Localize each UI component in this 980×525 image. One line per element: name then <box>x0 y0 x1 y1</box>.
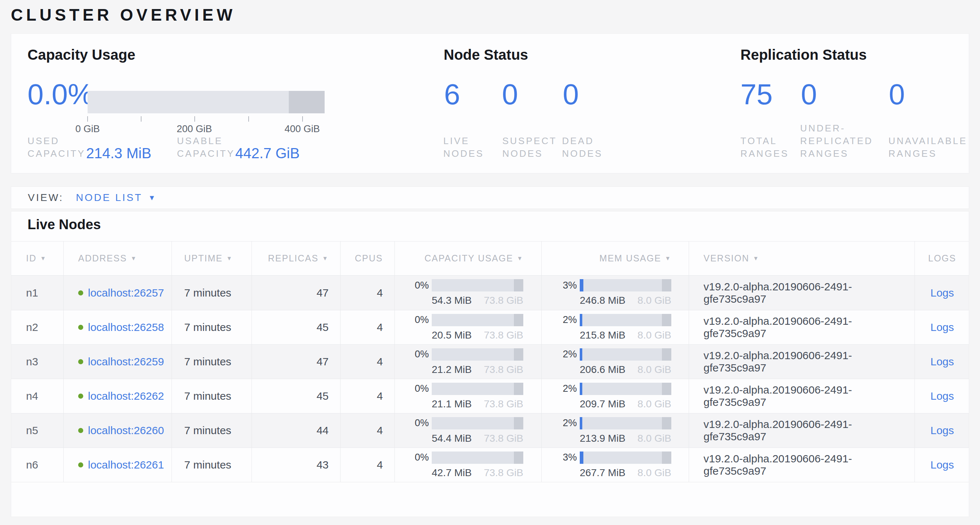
mem-usage-percent: 2% <box>563 349 577 360</box>
cell-uptime: 7 minutes <box>172 413 252 447</box>
mem-usage-reserved-segment <box>662 314 671 326</box>
node-live-status-icon <box>78 394 83 399</box>
table-row: n6localhost:262617 minutes4340%42.7 MiB7… <box>11 447 969 482</box>
cell-logs: Logs <box>915 448 969 482</box>
cluster-summary-card: Capacity Usage 0.0% 0 GiB 200 GiB 400 Gi… <box>11 33 969 174</box>
gauge-tick-label: 400 GiB <box>280 123 324 135</box>
mem-usage-bar <box>580 314 671 326</box>
address-link[interactable]: localhost:26261 <box>88 459 164 471</box>
cell-address: localhost:26261 <box>64 448 172 482</box>
capacity-usage-percent: 0% <box>415 280 429 291</box>
capacity-usage-meter: 0%54.4 MiB73.8 GiB <box>415 417 523 444</box>
column-header-label: ID <box>26 253 37 263</box>
cell-address: localhost:26257 <box>64 276 172 310</box>
capacity-gauge-reserved-segment <box>289 91 325 113</box>
cell-uptime: 7 minutes <box>172 345 252 379</box>
column-header-uptime[interactable]: UPTIME▼ <box>172 241 252 275</box>
capacity-usage-title: Capacity Usage <box>27 47 135 63</box>
column-header-replicas[interactable]: REPLICAS▼ <box>252 241 340 275</box>
address-link[interactable]: localhost:26262 <box>88 390 164 402</box>
capacity-used-percent: 0.0% <box>27 80 93 109</box>
sort-caret-icon: ▼ <box>517 255 523 262</box>
capacity-total-value: 73.8 GiB <box>484 329 523 341</box>
cell-memory: 3%267.7 MiB8.0 GiB <box>542 448 689 482</box>
column-header-label: UPTIME <box>184 253 223 263</box>
gauge-tick-label: 200 GiB <box>173 123 216 135</box>
mem-usage-values: 215.8 MiB8.0 GiB <box>580 329 671 341</box>
logs-link[interactable]: Logs <box>931 287 954 299</box>
capacity-usage-top: 0% <box>415 452 523 464</box>
mem-usage-fill <box>580 452 583 464</box>
column-header-logs: LOGS <box>915 241 969 275</box>
capacity-usage-bar <box>432 417 523 429</box>
cell-version: v19.2.0-alpha.20190606-2491-gfe735c9a97 <box>689 379 915 413</box>
capacity-gauge-bar <box>88 91 325 113</box>
cell-uptime: 7 minutes <box>172 379 252 413</box>
suspect-nodes-label: SUSPECTNODES <box>502 135 557 160</box>
mem-usage-percent: 2% <box>563 383 577 394</box>
mem-usage-top: 2% <box>563 314 671 326</box>
column-header-cpus: CPUS <box>340 241 395 275</box>
cell-memory: 3%246.8 MiB8.0 GiB <box>542 276 689 310</box>
node-live-status-icon <box>78 462 83 468</box>
capacity-usage-reserved-segment <box>514 314 523 326</box>
mem-total-value: 8.0 GiB <box>638 364 671 375</box>
capacity-usage-percent: 0% <box>415 383 429 394</box>
mem-usage-reserved-segment <box>662 383 671 395</box>
logs-link[interactable]: Logs <box>931 321 954 334</box>
cell-logs: Logs <box>915 345 969 379</box>
capacity-usage-bar <box>432 383 523 395</box>
mem-usage-reserved-segment <box>662 417 671 429</box>
node-live-status-icon <box>78 325 83 330</box>
mem-used-value: 209.7 MiB <box>580 398 625 410</box>
cell-id: n1 <box>11 276 64 310</box>
cell-logs: Logs <box>915 276 969 310</box>
gauge-tick <box>87 116 88 122</box>
mem-usage-values: 267.7 MiB8.0 GiB <box>580 467 671 479</box>
address-link[interactable]: localhost:26259 <box>88 356 164 368</box>
cell-cpus: 4 <box>340 379 395 413</box>
capacity-usage-reserved-segment <box>514 348 523 361</box>
column-header-capacity[interactable]: CAPACITY USAGE▼ <box>395 241 542 275</box>
logs-link[interactable]: Logs <box>931 424 954 437</box>
column-header-address[interactable]: ADDRESS▼ <box>64 241 172 275</box>
usable-capacity-label: USABLECAPACITY <box>177 135 235 160</box>
cell-uptime: 7 minutes <box>172 310 252 344</box>
capacity-used-value: 21.2 MiB <box>432 364 472 375</box>
column-header-id[interactable]: ID▼ <box>11 241 64 275</box>
mem-usage-fill <box>580 417 582 429</box>
live-nodes-table: ID▼ADDRESS▼UPTIME▼REPLICAS▼CPUSCAPACITY … <box>11 241 969 482</box>
column-header-label: CPUS <box>355 253 383 263</box>
mem-total-value: 8.0 GiB <box>638 295 671 306</box>
capacity-usage-meter: 0%21.1 MiB73.8 GiB <box>415 383 523 410</box>
used-capacity-value: 214.3 MiB <box>86 145 151 161</box>
used-capacity-label: USEDCAPACITY <box>27 135 85 160</box>
total-ranges-label: TOTALRANGES <box>740 135 789 160</box>
view-dropdown[interactable]: NODE LIST ▼ <box>76 192 156 203</box>
unavailable-ranges-count: 0 <box>889 80 905 109</box>
cell-version: v19.2.0-alpha.20190606-2491-gfe735c9a97 <box>689 310 915 344</box>
under-replicated-ranges-label: UNDER-REPLICATEDRANGES <box>800 122 873 160</box>
cell-id: n4 <box>11 379 64 413</box>
capacity-used-value: 21.1 MiB <box>432 398 472 410</box>
mem-usage-meter: 2%206.6 MiB8.0 GiB <box>563 348 671 375</box>
cell-capacity: 0%21.2 MiB73.8 GiB <box>395 345 542 379</box>
address-link[interactable]: localhost:26260 <box>88 424 164 437</box>
cell-version: v19.2.0-alpha.20190606-2491-gfe735c9a97 <box>689 413 915 447</box>
logs-link[interactable]: Logs <box>931 459 954 471</box>
capacity-usage-values: 21.2 MiB73.8 GiB <box>432 364 523 375</box>
mem-usage-meter: 2%215.8 MiB8.0 GiB <box>563 314 671 341</box>
mem-usage-fill <box>580 383 582 395</box>
address-link[interactable]: localhost:26258 <box>88 321 164 334</box>
gauge-tick <box>248 116 249 122</box>
view-dropdown-value[interactable]: NODE LIST <box>76 192 143 203</box>
mem-usage-bar <box>580 452 671 464</box>
cell-replicas: 47 <box>252 276 340 310</box>
logs-link[interactable]: Logs <box>931 390 954 402</box>
logs-link[interactable]: Logs <box>931 356 954 368</box>
address-link[interactable]: localhost:26257 <box>88 287 164 299</box>
column-header-version[interactable]: VERSION▼ <box>689 241 915 275</box>
column-header-memory[interactable]: MEM USAGE▼ <box>542 241 689 275</box>
table-row: n2localhost:262587 minutes4540%20.5 MiB7… <box>11 310 969 344</box>
mem-usage-top: 3% <box>563 452 671 464</box>
